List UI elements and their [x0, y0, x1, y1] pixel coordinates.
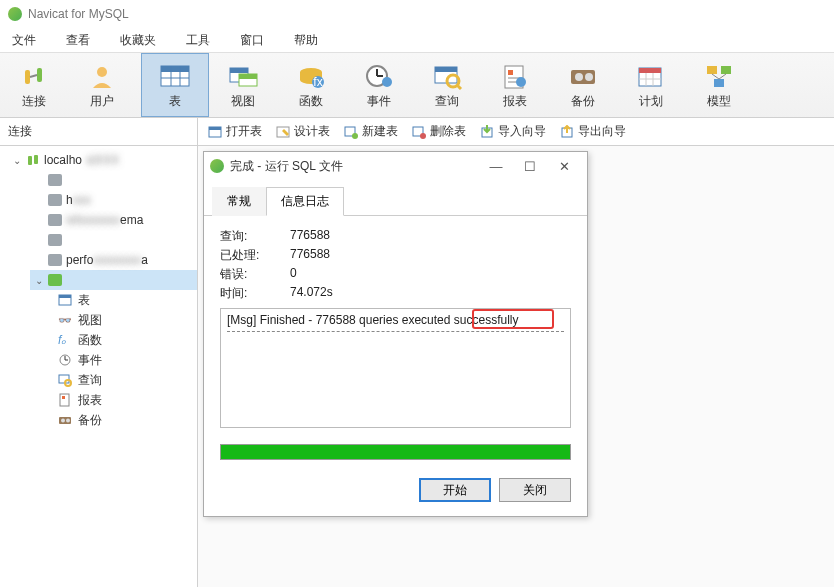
app-logo-icon — [210, 159, 224, 173]
toolbar-query[interactable]: 查询 — [413, 53, 481, 117]
menu-favorites[interactable]: 收藏夹 — [114, 30, 162, 51]
tree-db-5[interactable]: perfoxxxxxxxxa — [30, 250, 197, 270]
toolbar-user-label: 用户 — [90, 93, 114, 110]
svg-point-47 — [420, 133, 426, 139]
content-area: 完成 - 运行 SQL 文件 — ☐ ✕ 常规 信息日志 查询:776588 已… — [198, 146, 834, 587]
sub-toolbar: 连接 打开表 设计表 新建表 删除表 导入向导 导出向导 — [0, 118, 834, 146]
close-dialog-button[interactable]: 关闭 — [499, 478, 571, 502]
connections-header: 连接 — [0, 118, 198, 145]
toolbar-backup-label: 备份 — [571, 93, 595, 110]
toolbar-connect-label: 连接 — [22, 93, 46, 110]
event-icon — [363, 61, 395, 91]
query-icon — [431, 61, 463, 91]
toolbar-user[interactable]: 用户 — [68, 53, 136, 117]
toolbar-function[interactable]: fx 函数 — [277, 53, 345, 117]
svg-rect-50 — [28, 156, 32, 165]
query-icon — [58, 373, 72, 387]
svg-point-30 — [585, 73, 593, 81]
stat-processed-label: 已处理: — [220, 247, 290, 264]
database-icon — [48, 274, 62, 286]
plug-icon — [18, 61, 50, 91]
tab-general[interactable]: 常规 — [212, 187, 266, 216]
export-icon — [560, 125, 574, 139]
report-icon — [499, 61, 531, 91]
subbar-new-table[interactable]: 新建表 — [344, 123, 398, 140]
tab-message-log[interactable]: 信息日志 — [266, 187, 344, 216]
subbar-export-wizard[interactable]: 导出向导 — [560, 123, 626, 140]
toolbar-query-label: 查询 — [435, 93, 459, 110]
tree-queries[interactable]: 查询 — [58, 370, 197, 390]
toolbar-connect[interactable]: 连接 — [0, 53, 68, 117]
subbar-design-table[interactable]: 设计表 — [276, 123, 330, 140]
maximize-button[interactable]: ☐ — [513, 159, 547, 174]
svg-point-29 — [575, 73, 583, 81]
toolbar-event[interactable]: 事件 — [345, 53, 413, 117]
stat-time-value: 74.072s — [290, 285, 571, 302]
tree-db-1[interactable] — [30, 170, 197, 190]
stat-queries-value: 776588 — [290, 228, 571, 245]
app-logo-icon — [8, 7, 22, 21]
tree-db-3[interactable]: ixfxxxxxxxema — [30, 210, 197, 230]
function-icon: fx — [295, 61, 327, 91]
connection-tree: ⌄ localhostXXX hxxx ixfxxxxxxxema perfox… — [0, 146, 198, 587]
svg-rect-60 — [62, 396, 65, 399]
tree-reports[interactable]: 报表 — [58, 390, 197, 410]
menubar: 文件 查看 收藏夹 工具 窗口 帮助 — [0, 28, 834, 52]
svg-point-27 — [516, 77, 526, 87]
menu-file[interactable]: 文件 — [6, 30, 42, 51]
tree-root-label: localho — [44, 153, 82, 167]
svg-point-18 — [382, 77, 392, 87]
tree-root[interactable]: ⌄ localhostXXX — [8, 150, 197, 170]
svg-rect-42 — [209, 127, 221, 130]
backup-icon — [58, 413, 72, 427]
tree-db-2[interactable]: hxxx — [30, 190, 197, 210]
menu-help[interactable]: 帮助 — [288, 30, 324, 51]
tree-views[interactable]: 👓视图 — [58, 310, 197, 330]
minimize-button[interactable]: — — [479, 159, 513, 174]
close-button[interactable]: ✕ — [547, 159, 581, 174]
toolbar-view[interactable]: 视图 — [209, 53, 277, 117]
menu-window[interactable]: 窗口 — [234, 30, 270, 51]
toolbar-schedule[interactable]: 计划 — [617, 53, 685, 117]
toolbar-report[interactable]: 报表 — [481, 53, 549, 117]
toolbar-backup[interactable]: 备份 — [549, 53, 617, 117]
tree-db-4[interactable] — [30, 230, 197, 250]
tree-tables[interactable]: 表 — [58, 290, 197, 310]
svg-text:fx: fx — [313, 75, 322, 89]
schedule-icon — [635, 61, 667, 91]
stat-errors-label: 错误: — [220, 266, 290, 283]
tree-functions[interactable]: fₒ函数 — [58, 330, 197, 350]
svg-rect-36 — [707, 66, 717, 74]
toolbar-event-label: 事件 — [367, 93, 391, 110]
tree-backups[interactable]: 备份 — [58, 410, 197, 430]
svg-rect-59 — [60, 394, 69, 406]
new-table-icon — [344, 125, 358, 139]
dialog-titlebar[interactable]: 完成 - 运行 SQL 文件 — ☐ ✕ — [204, 152, 587, 180]
svg-rect-20 — [435, 67, 457, 72]
menu-tools[interactable]: 工具 — [180, 30, 216, 51]
stat-errors-value: 0 — [290, 266, 571, 283]
tree-db-active[interactable]: ⌄ — [30, 270, 197, 290]
app-title: Navicat for MySQL — [28, 7, 129, 21]
subbar-delete-table[interactable]: 删除表 — [412, 123, 466, 140]
delete-table-icon — [412, 125, 426, 139]
dialog-tabs: 常规 信息日志 — [204, 180, 587, 216]
svg-rect-53 — [59, 295, 71, 298]
event-icon — [58, 353, 72, 367]
collapse-icon[interactable]: ⌄ — [12, 155, 22, 166]
subbar-import-wizard[interactable]: 导入向导 — [480, 123, 546, 140]
subbar-open-table[interactable]: 打开表 — [208, 123, 262, 140]
menu-view[interactable]: 查看 — [60, 30, 96, 51]
svg-rect-37 — [721, 66, 731, 74]
log-textarea[interactable]: [Msg] Finished - 776588 queries executed… — [220, 308, 571, 428]
main-area: ⌄ localhostXXX hxxx ixfxxxxxxxema perfox… — [0, 146, 834, 587]
tree-events[interactable]: 事件 — [58, 350, 197, 370]
main-toolbar: 连接 用户 表 视图 fx 函数 事件 查询 报表 — [0, 52, 834, 118]
stat-time-label: 时间: — [220, 285, 290, 302]
toolbar-model[interactable]: 模型 — [685, 53, 753, 117]
database-icon — [48, 234, 62, 246]
collapse-icon[interactable]: ⌄ — [34, 275, 44, 286]
toolbar-table[interactable]: 表 — [141, 53, 209, 117]
start-button[interactable]: 开始 — [419, 478, 491, 502]
log-message: [Msg] Finished - 776588 queries executed… — [227, 313, 519, 327]
